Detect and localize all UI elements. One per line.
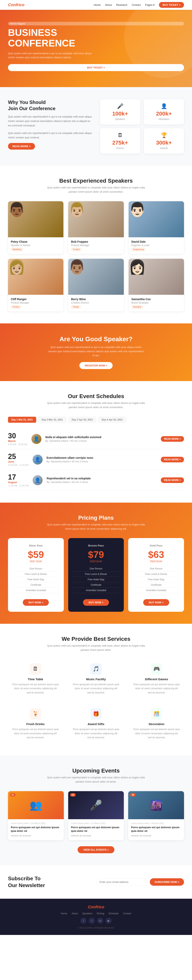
newsletter-subscribe-button[interactable]: SUBSCRIBE NOW > [150, 878, 184, 886]
stat-attendees: 👤 200k+ Attendees [144, 99, 184, 124]
events-grid: 👥 21 Lorem ipsum dolor • 04 March 2021 P… [8, 791, 184, 840]
service-item-0: 🗓 Time Table Porro quisquam est qui dolo… [8, 659, 63, 698]
schedule-item-0: 30 March 9:00 AM - 10:00 AM 👤 Nulla et a… [8, 429, 184, 449]
speakers-subtitle: Quis autem velit iure reprehenderit in v… [46, 186, 146, 194]
footer-link-schedule[interactable]: Schedule [109, 912, 119, 915]
sch-day-2: 17 [8, 474, 29, 481]
sch-content-1: Exercitationem ullam corripio nunc By: S… [47, 456, 157, 463]
stat-events-num: 275k+ [104, 140, 136, 146]
service-icon-4: 🎁 [90, 708, 102, 719]
nav-research[interactable]: Research [116, 3, 127, 6]
service-name-1: Music Facility [73, 678, 120, 681]
newsletter-title: Subscribe ToOur Newsletter [8, 875, 45, 889]
price-amount-0: $59 [13, 549, 59, 560]
price-card-2: Gold Pass $63 PER/YEAR One Person Free L… [128, 538, 184, 612]
schedule-tab-3[interactable]: Day 4 Apr 02, 2021 [98, 417, 126, 423]
sch-avatar-2: 👤 [33, 475, 43, 485]
schedule-tab-1[interactable]: Day 2 Mar 31, 2021 [38, 417, 67, 423]
price-plan-0: Silver Pass [13, 544, 59, 547]
pricing-section: Pricing Plans Quis autem velit iure repr… [0, 503, 192, 624]
footer-link-contact[interactable]: Contact [123, 912, 131, 915]
speaker-card-3: 👩🏼 Cliff Ranger Product Manager Product [8, 259, 63, 311]
speakers-title: Best Experienced Speakers [8, 178, 184, 184]
events-section: Upcoming Events Quis autem velit iure re… [0, 756, 192, 865]
price-feature-1-0: One Person [73, 566, 120, 571]
nav-pages[interactable]: Pages ▾ [145, 3, 155, 6]
sch-readmore-1[interactable]: READ MORE > [161, 457, 184, 462]
service-name-3: Fresh Drinks [12, 722, 59, 726]
price-buy-button-2[interactable]: BUY NOW > [143, 599, 169, 606]
price-feature-2-2: Free Hotel Stay [133, 577, 179, 582]
event-card-1[interactable]: 🎤 14 Lorem ipsum dolor • 14 March 2021 P… [68, 791, 124, 840]
speaker-card-0: 👨🏾 Petey Chase Speaker & Advisor Marketi… [8, 201, 63, 254]
speakers-grid: 👨🏾 Petey Chase Speaker & Advisor Marketi… [8, 201, 184, 311]
why-left: Why You ShouldJoin Our Conference Quis a… [8, 99, 92, 154]
price-plan-1: Bronze Pass [73, 544, 120, 547]
linkedin-icon[interactable]: in [97, 918, 103, 924]
good-speaker-cta-button[interactable]: REGISTER NOW > [79, 362, 113, 369]
youtube-icon[interactable]: ▶ [106, 918, 112, 924]
schedule-tab-2[interactable]: Day 3 Apr 02, 2021 [68, 417, 97, 423]
price-feature-0-1: Free Lunch & Dinner [13, 571, 59, 577]
event-info-2: Lorem ipsum dolor • 08 April 2021 Porro … [128, 819, 184, 840]
speaker-title-4: Creative Director [71, 301, 121, 304]
price-card-1: Bronze Pass $79 PER/YEAR One Person Free… [68, 538, 124, 612]
footer-link-pricing[interactable]: Pricing [97, 912, 104, 915]
nav-home[interactable]: Home [94, 3, 101, 6]
service-name-0: Time Table [12, 678, 59, 681]
sch-content-0: Nulla et aliquam nibh sollicitudin euism… [45, 436, 157, 442]
event-card-0[interactable]: 👥 21 Lorem ipsum dolor • 04 March 2021 P… [8, 791, 64, 840]
pricing-cards: Silver Pass $59 PER YEAR One Person Free… [8, 538, 184, 612]
price-feature-1-2: Free Hotel Stay [73, 577, 120, 582]
logo[interactable]: Confrico [8, 3, 24, 7]
sch-title-0: Nulla et aliquam nibh sollicitudin euism… [45, 436, 157, 439]
services-subtitle: Quis autem velit iure reprehenderit in v… [46, 644, 146, 652]
footer-links: Home About Speakers Pricing Schedule Con… [8, 912, 184, 915]
sch-readmore-0[interactable]: READ MORE > [161, 436, 184, 442]
services-section: We Provide Best Services Quis autem veli… [0, 624, 192, 756]
event-info-1: Lorem ipsum dolor • 14 March 2021 Porro … [68, 819, 124, 840]
stat-events-label: Events [104, 147, 136, 150]
nav-contact[interactable]: Contact [132, 3, 141, 6]
nav-cta-button[interactable]: BUY TICKET > [159, 2, 184, 8]
facebook-icon[interactable]: f [80, 918, 86, 924]
event-badge-2: 08 [130, 793, 136, 797]
price-feature-2-4: Amenities Included [133, 588, 179, 593]
speaker-name-5: Samantha Cox [132, 298, 181, 301]
speaker-info-5: Samantha Cox Brand Strategist Branding [129, 295, 184, 311]
speaker-name-0: Petey Chase [11, 240, 60, 243]
sch-date-2: 17 August 11:00 AM - 12:00 PM [8, 474, 29, 487]
stat-awards: 🏆 300k+ Awards [144, 128, 184, 154]
speaker-img-3: 👩🏼 [8, 259, 63, 295]
event-more: VIEW ALL EVENTS > [8, 846, 184, 853]
newsletter-email-input[interactable] [96, 878, 148, 886]
why-body2: Quis autem velit iure reprehenderit in q… [8, 131, 92, 140]
stat-awards-num: 300k+ [148, 140, 180, 146]
why-cta-button[interactable]: READ MORE > [8, 143, 35, 150]
sch-readmore-2[interactable]: READ MORE > [161, 477, 184, 483]
hero-cta-button[interactable]: BUY TICKET > [8, 64, 184, 71]
footer-link-about[interactable]: About [71, 912, 78, 915]
service-desc-4: Porro quisquam est qui dolorem ipsum qui… [73, 727, 120, 740]
nav-about[interactable]: About [105, 3, 112, 6]
pricing-subtitle: Quis autem velit iure reprehenderit in v… [46, 523, 146, 531]
sch-title-2: Reprehenderit vel in ea voluptate [47, 477, 157, 480]
schedule-tab-0[interactable]: Day 1 Mar 01, 2021 [8, 417, 36, 423]
speaker-img-5: 👩🏻 [129, 259, 184, 295]
hero-subtitle: Quis autem velit iure reprehenderit in q… [8, 51, 92, 60]
footer-logo: Confrico [8, 905, 184, 909]
footer-link-speakers[interactable]: Speakers [82, 912, 92, 915]
footer-link-home[interactable]: Home [61, 912, 67, 915]
event-card-2[interactable]: 🌆 08 Lorem ipsum dolor • 08 April 2021 P… [128, 791, 184, 840]
view-all-events-button[interactable]: VIEW ALL EVENTS > [78, 846, 114, 853]
price-amount-2: $63 [133, 549, 179, 560]
service-desc-0: Porro quisquam est qui dolorem ipsum qui… [12, 682, 59, 695]
price-buy-button-0[interactable]: BUY NOW > [23, 599, 49, 606]
service-name-2: Different Games [133, 678, 180, 681]
service-icon-1: 🎵 [90, 663, 102, 675]
price-buy-button-1[interactable]: BUY NOW > [83, 599, 109, 606]
speaker-tag-0: Marketing [11, 248, 23, 251]
speaker-title-0: Speaker & Advisor [11, 244, 60, 247]
twitter-icon[interactable]: t [89, 918, 95, 924]
speaker-name-1: Bob Frappes [71, 240, 121, 243]
